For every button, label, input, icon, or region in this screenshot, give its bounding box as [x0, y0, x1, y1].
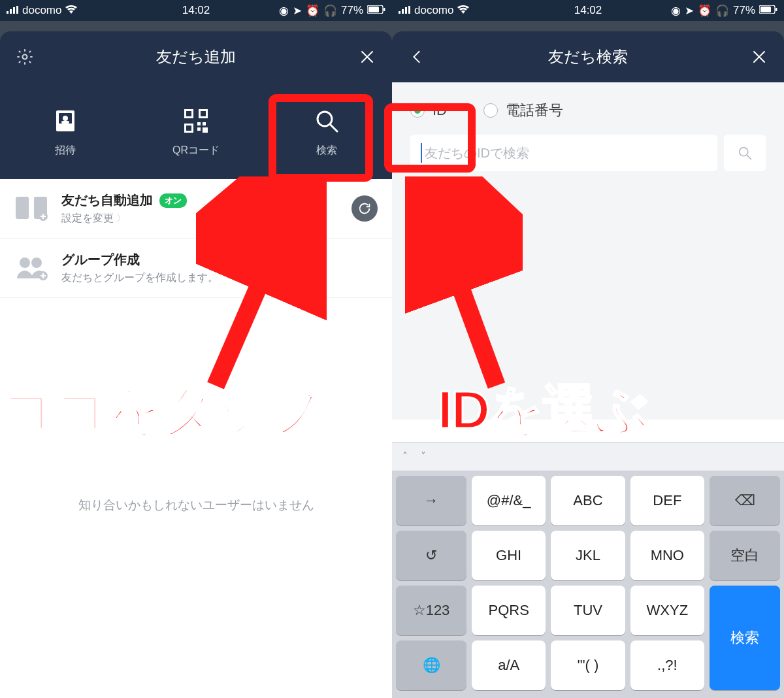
modal-title-2: 友だち検索	[548, 46, 628, 67]
svg-rect-5	[368, 7, 379, 12]
svg-rect-3	[16, 6, 18, 14]
svg-point-10	[63, 116, 68, 121]
svg-point-26	[20, 258, 30, 268]
svg-rect-19	[203, 122, 206, 125]
clock-2: 14:02	[574, 4, 602, 17]
signal-icon	[7, 4, 18, 17]
key-jkl[interactable]: JKL	[551, 531, 625, 580]
svg-rect-2	[13, 7, 15, 14]
annotation-highlight-id	[384, 103, 476, 173]
key-globe[interactable]: 🌐	[396, 640, 466, 690]
key-def[interactable]: DEF	[630, 476, 704, 525]
status-bar: docomo 14:02 ◉ ➤ ⏰ 🎧 77%	[0, 0, 392, 21]
radio-phone-label: 電話番号	[506, 101, 563, 120]
toolbar-invite[interactable]: 招待	[0, 82, 131, 179]
signal-icon	[399, 4, 410, 17]
group-icon	[14, 250, 50, 286]
toolbar-qrcode[interactable]: QRコード	[131, 82, 261, 179]
key-ghi[interactable]: GHI	[472, 531, 546, 580]
annotation-arrow-1	[196, 176, 327, 392]
svg-rect-15	[186, 111, 191, 116]
alarm-icon: ⏰	[698, 4, 711, 18]
svg-rect-30	[402, 9, 404, 14]
kb-chevron-up-icon[interactable]: ˄	[402, 450, 408, 463]
key-quotes[interactable]: '"( )	[551, 640, 625, 690]
key-mno[interactable]: MNO	[630, 531, 704, 580]
location-icon: ◉	[279, 4, 289, 18]
toolbar-qrcode-label: QRコード	[172, 144, 220, 158]
svg-rect-32	[408, 6, 410, 14]
svg-line-37	[216, 190, 301, 386]
nav-arrow-icon: ➤	[293, 4, 302, 18]
key-tuv[interactable]: TUV	[551, 586, 625, 635]
svg-rect-18	[197, 122, 201, 125]
svg-rect-11	[61, 121, 69, 124]
svg-rect-23	[16, 197, 29, 219]
key-symbols[interactable]: @#/&_	[472, 476, 546, 525]
close-icon[interactable]	[357, 46, 378, 67]
modal-header: 友だち追加	[0, 31, 392, 82]
close-icon-2[interactable]	[749, 46, 770, 67]
battery-icon	[759, 4, 777, 17]
svg-rect-31	[405, 7, 407, 14]
toolbar-invite-label: 招待	[55, 144, 76, 158]
svg-rect-35	[776, 8, 777, 11]
auto-add-icon	[14, 191, 50, 226]
key-space[interactable]: 空白	[710, 531, 780, 580]
key-pqrs[interactable]: PQRS	[472, 586, 546, 635]
wifi-icon	[457, 4, 469, 17]
group-title: グループ作成	[61, 251, 140, 269]
carrier-label: docomo	[22, 4, 61, 17]
svg-rect-17	[186, 125, 191, 131]
svg-rect-34	[760, 7, 771, 12]
headphone-icon: 🎧	[715, 4, 729, 18]
svg-line-38	[425, 190, 497, 386]
key-arrow[interactable]: →	[396, 476, 466, 525]
svg-point-27	[31, 258, 42, 268]
key-undo[interactable]: ↺	[396, 531, 466, 580]
key-punct[interactable]: .,?!	[630, 640, 704, 690]
location-icon: ◉	[671, 4, 681, 18]
empty-suggestions: 知り合いかもしれないユーザーはいません	[0, 481, 392, 535]
svg-point-7	[23, 55, 27, 59]
kb-chevron-down-icon[interactable]: ˅	[421, 450, 426, 463]
on-badge: オン	[159, 193, 187, 208]
invite-icon	[49, 105, 82, 137]
chevron-right-icon: 〉	[116, 212, 126, 225]
key-123[interactable]: ☆123	[396, 586, 466, 635]
qrcode-icon	[180, 105, 212, 137]
svg-rect-1	[10, 9, 12, 14]
key-wxyz[interactable]: WXYZ	[630, 586, 704, 635]
svg-rect-16	[201, 111, 206, 116]
modal-title: 友だち追加	[156, 46, 236, 67]
modal-header-2: 友だち検索	[392, 31, 784, 82]
svg-rect-0	[7, 11, 8, 14]
battery-percent: 77%	[341, 4, 363, 17]
key-search[interactable]: 検索	[710, 586, 780, 690]
svg-point-36	[740, 148, 748, 156]
carrier-label: docomo	[414, 4, 453, 17]
clock: 14:02	[182, 4, 210, 17]
auto-add-title: 友だち自動追加	[61, 191, 153, 209]
nav-arrow-icon: ➤	[685, 4, 694, 18]
keyboard: ˄ ˅ → @#/&_ ABC DEF ⌫ ↺ GHI JKL MNO 空白 ☆…	[392, 442, 784, 698]
alarm-icon: ⏰	[306, 4, 319, 18]
key-shift[interactable]: a/A	[472, 640, 546, 690]
svg-rect-21	[203, 127, 208, 133]
headphone-icon: 🎧	[323, 4, 337, 18]
search-go-button[interactable]	[724, 135, 766, 171]
radio-dot-off-icon	[483, 103, 498, 118]
settings-gear-icon[interactable]	[14, 46, 35, 67]
svg-rect-6	[384, 8, 385, 11]
key-backspace[interactable]: ⌫	[710, 476, 780, 525]
keyboard-toolbar: ˄ ˅	[392, 442, 784, 471]
back-icon[interactable]	[406, 46, 427, 67]
key-abc[interactable]: ABC	[551, 476, 625, 525]
auto-add-subtitle: 設定を変更	[61, 212, 114, 225]
radio-phone[interactable]: 電話番号	[483, 101, 563, 120]
group-subtitle: 友だちとグループを作成します。	[61, 271, 218, 285]
svg-rect-20	[197, 127, 201, 131]
battery-icon	[367, 4, 385, 17]
status-bar-2: docomo 14:02 ◉ ➤ ⏰ 🎧 77%	[392, 0, 784, 21]
sync-button[interactable]	[351, 195, 378, 222]
